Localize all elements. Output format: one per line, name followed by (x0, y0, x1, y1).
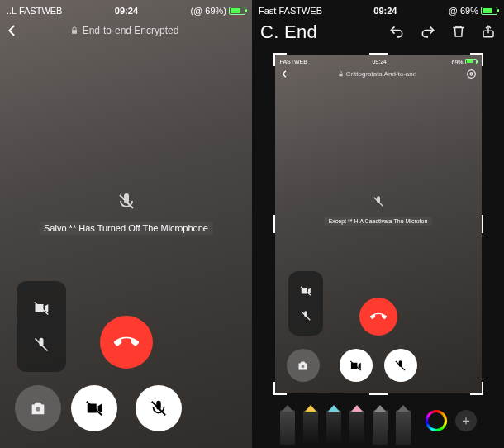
editor-header: C. End (252, 18, 504, 45)
crop-handle-bl[interactable] (273, 382, 287, 395)
encryption-label: End-to-end Encrypted (83, 25, 179, 36)
screenshot-thumbnail[interactable]: FASTWEB 09:24 69% Crittografata And-to-a… (275, 55, 482, 393)
undo-icon[interactable] (388, 24, 405, 41)
svg-point-7 (469, 73, 472, 75)
capture-button[interactable] (15, 385, 61, 431)
status-bar: Fast FASTWEB 09:24 @ 69% (252, 0, 504, 18)
add-tool-button[interactable]: ＋ (455, 410, 477, 431)
color-picker-button[interactable] (426, 410, 447, 431)
highlighter-tool[interactable] (326, 410, 341, 445)
svg-point-8 (467, 70, 475, 79)
mic-toggle-button[interactable] (136, 385, 182, 431)
local-preview-controls (288, 271, 323, 336)
canvas-area[interactable]: FASTWEB 09:24 69% Crittografata And-to-a… (252, 45, 504, 403)
gear-icon (466, 69, 477, 79)
markup-editor: Fast FASTWEB 09:24 @ 69% C. End (252, 0, 504, 448)
hangup-button (359, 298, 397, 336)
trash-icon[interactable] (451, 24, 466, 41)
video-toggle-button (340, 349, 373, 382)
battery-indicator: (@ 69%) (190, 6, 245, 16)
marker-tool[interactable] (303, 410, 318, 445)
back-icon[interactable] (5, 23, 20, 38)
clock: 09:24 (115, 6, 138, 16)
lock-icon (338, 71, 344, 77)
camera-off-icon (300, 285, 311, 297)
hangup-row (100, 316, 153, 369)
microphone-toast: Except ** HIA Caactivata The Microfon (324, 217, 433, 226)
carrier-label: Fast FASTWEB (259, 6, 322, 16)
call-controls (0, 385, 252, 431)
lock-icon (70, 26, 78, 35)
crop-handle-tl[interactable] (273, 53, 287, 66)
video-toggle-button[interactable] (71, 385, 117, 431)
carrier-label: ..L FASTWEB (7, 6, 62, 16)
capture-button (287, 349, 320, 382)
ruler-tool[interactable] (396, 410, 411, 445)
mic-toggle-button (384, 349, 417, 382)
editor-title: C. End (260, 21, 317, 43)
crop-handle-right[interactable] (482, 215, 483, 233)
hangup-row (359, 298, 397, 336)
hangup-button[interactable] (100, 316, 153, 369)
mini-header: Crittografata And-to-and (275, 66, 482, 82)
mic-off-icon (300, 310, 311, 322)
crop-handle-bottom[interactable] (369, 393, 388, 395)
redo-icon[interactable] (420, 24, 436, 41)
svg-point-3 (36, 407, 40, 412)
svg-point-12 (302, 365, 305, 368)
local-preview-controls (17, 281, 66, 372)
markup-toolbar: ＋ (252, 403, 504, 448)
mic-muted-icon (116, 192, 136, 212)
status-bar: ..L FASTWEB 09:24 (@ 69%) (0, 0, 252, 18)
call-controls (275, 349, 482, 382)
pen-tool[interactable] (280, 410, 295, 445)
call-header: End-to-end Encrypted (0, 18, 252, 41)
crop-handle-left[interactable] (273, 215, 275, 233)
microphone-toast: Salvo ** Has Turned Off The Microphone (39, 222, 213, 235)
crop-handle-br[interactable] (470, 382, 483, 395)
eraser-tool[interactable] (349, 410, 364, 445)
crop-handle-top[interactable] (369, 53, 388, 55)
back-icon (280, 69, 289, 79)
call-screen: ..L FASTWEB 09:24 (@ 69%) End-to-end Enc… (0, 0, 252, 448)
clock: 09:24 (373, 6, 397, 16)
battery-indicator: @ 69% (449, 6, 497, 16)
lasso-tool[interactable] (373, 410, 388, 445)
mini-status-bar: FASTWEB 09:24 69% (275, 55, 482, 66)
mic-off-icon[interactable] (33, 336, 50, 353)
camera-off-icon[interactable] (33, 300, 50, 317)
share-icon[interactable] (481, 24, 496, 41)
mic-muted-icon (372, 195, 385, 208)
